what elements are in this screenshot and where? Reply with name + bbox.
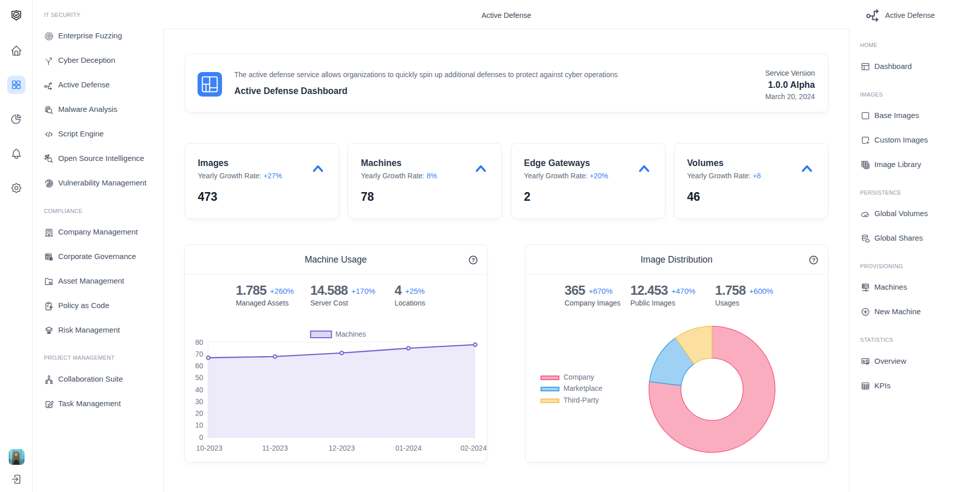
- svg-text:20: 20: [195, 409, 203, 417]
- svg-text:?: ?: [812, 257, 815, 263]
- svg-text:80: 80: [195, 338, 203, 346]
- svg-text:10: 10: [195, 421, 203, 429]
- svg-text:70: 70: [195, 350, 203, 358]
- svg-text:60: 60: [195, 362, 203, 370]
- svg-text:12-2023: 12-2023: [329, 444, 355, 452]
- svg-text:01-2024: 01-2024: [396, 444, 422, 452]
- svg-text:11-2023: 11-2023: [262, 444, 288, 452]
- svg-text:40: 40: [195, 386, 203, 394]
- svg-text:30: 30: [195, 397, 203, 406]
- svg-text:10-2023: 10-2023: [196, 444, 223, 452]
- svg-text:50: 50: [195, 373, 203, 382]
- svg-text:0: 0: [199, 433, 203, 441]
- svg-text:02-2024: 02-2024: [460, 444, 487, 452]
- svg-text:Machines: Machines: [335, 330, 366, 338]
